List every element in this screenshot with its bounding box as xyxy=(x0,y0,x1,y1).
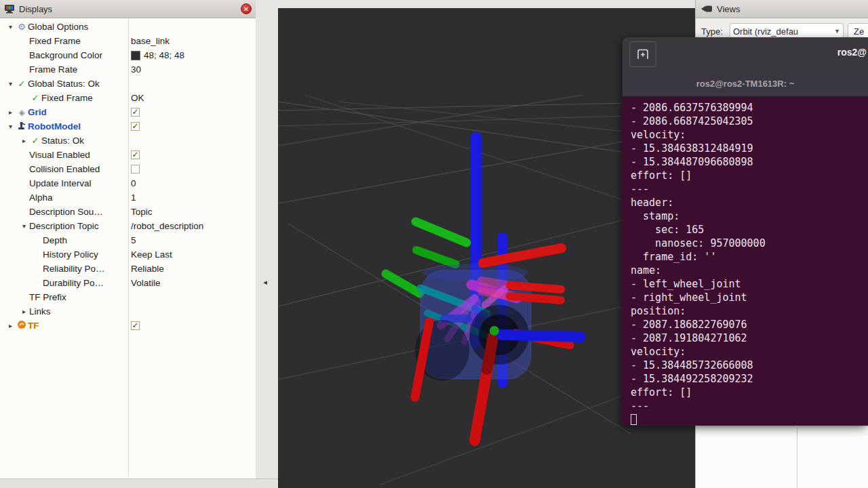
terminal-lines: - 2086.6637576389994- 2086.6687425042305… xyxy=(631,101,868,413)
views-type-value: Orbit (rviz_defau xyxy=(733,26,833,37)
property-label: Status: Ok xyxy=(41,136,84,146)
property-value[interactable]: /robot_description xyxy=(131,221,203,231)
views-type-label: Type: xyxy=(701,26,723,37)
property-checkbox[interactable]: ✓ xyxy=(131,321,140,330)
terminal-line: --- xyxy=(631,182,868,196)
tree-expanded-arrow-icon[interactable]: ▾ xyxy=(5,123,16,130)
terminal-line: - 15.384487096680898 xyxy=(631,155,868,169)
property-label: TF xyxy=(28,321,39,331)
tree-collapseed-arrow-icon[interactable]: ▸ xyxy=(5,322,16,329)
property-label: Global Options xyxy=(28,22,88,32)
ok-check-icon: ✓ xyxy=(29,136,41,146)
tree-collapseed-arrow-icon[interactable]: ▸ xyxy=(19,308,29,315)
property-value[interactable]: Reliable xyxy=(131,264,164,274)
property-value[interactable]: 0 xyxy=(131,178,136,188)
terminal-line: velocity: xyxy=(631,128,868,142)
terminal-output[interactable]: - 2086.6637576389994- 2086.6687425042305… xyxy=(623,97,868,426)
terminal-line: nanosec: 957000000 xyxy=(631,237,868,250)
displays-panel: Displays ✕ ▾⚙Global OptionsFixed Frameba… xyxy=(0,0,256,479)
displays-panel-title: Displays xyxy=(19,4,52,14)
terminal-line: - right_wheel_joint xyxy=(631,291,868,304)
views-list-divider xyxy=(797,428,797,488)
terminal-line: - 2087.186822769076 xyxy=(631,318,868,331)
tf-icon xyxy=(16,320,28,331)
views-panel-header[interactable]: Views xyxy=(696,0,868,18)
property-label: Collision Enabled xyxy=(29,164,100,174)
property-label: Description Topic xyxy=(29,221,99,231)
property-value[interactable]: base_link xyxy=(131,36,170,46)
tree-expanded-arrow-icon[interactable]: ▾ xyxy=(19,222,29,230)
panel-splitter[interactable] xyxy=(256,0,278,488)
property-checkbox[interactable]: ✓ xyxy=(131,122,140,131)
property-label: Update Interval xyxy=(29,178,92,188)
terminal-line: - 2086.6687425042305 xyxy=(631,115,868,128)
property-label: TF Prefix xyxy=(29,292,66,302)
terminal-line: effort: [] xyxy=(631,386,868,399)
ok-check-icon: ✓ xyxy=(16,79,28,89)
terminal-line: stamp: xyxy=(631,209,868,223)
property-value[interactable]: Volatile xyxy=(131,278,161,288)
property-label: Background Color xyxy=(29,50,102,60)
terminal-tab-bar: ros2@ros2-TM1613R: ~ xyxy=(623,71,868,97)
property-label: RobotModel xyxy=(28,121,81,131)
views-list-area[interactable] xyxy=(696,428,868,488)
property-label: Global Status: Ok xyxy=(28,79,100,89)
property-label: Frame Rate xyxy=(29,64,77,75)
terminal-line: - left_wheel_joint xyxy=(631,277,868,291)
chevron-down-icon: ▼ xyxy=(834,28,840,35)
tree-expanded-arrow-icon[interactable]: ▾ xyxy=(5,80,16,87)
property-label: Alpha xyxy=(29,192,53,203)
terminal-titlebar[interactable]: ros2@ xyxy=(623,37,868,71)
terminal-line: position: xyxy=(631,304,868,318)
property-label: Fixed Frame xyxy=(29,36,81,46)
tree-collapseed-arrow-icon[interactable]: ▸ xyxy=(19,137,29,144)
property-column-divider[interactable] xyxy=(128,18,129,476)
new-tab-button[interactable] xyxy=(629,41,656,67)
views-camera-icon xyxy=(701,5,713,13)
splitter-collapse-arrow-icon[interactable]: ◂ xyxy=(260,274,270,289)
terminal-line: frame_id: '' xyxy=(631,250,868,264)
terminal-window-title: ros2@ xyxy=(837,47,867,58)
terminal-line: sec: 165 xyxy=(631,223,868,237)
property-value[interactable]: 30 xyxy=(131,64,141,75)
viewport-top-margin xyxy=(256,0,695,8)
new-tab-icon xyxy=(635,47,650,61)
terminal-cursor xyxy=(631,414,637,425)
property-label: Visual Enabled xyxy=(29,150,90,160)
terminal-line: - 15.384638312484919 xyxy=(631,142,868,155)
bottom-panel-edge xyxy=(0,479,278,488)
terminal-line: velocity: xyxy=(631,345,868,359)
property-label: Durability Po… xyxy=(43,278,104,288)
grid-icon: ◈ xyxy=(16,108,28,117)
color-swatch xyxy=(131,51,140,60)
close-icon[interactable]: ✕ xyxy=(241,3,252,14)
terminal-line: - 2087.191804271062 xyxy=(631,331,868,345)
zero-button-label: Ze xyxy=(854,26,864,37)
property-value[interactable]: OK xyxy=(131,93,144,103)
property-label: Fixed Frame xyxy=(41,93,93,103)
terminal-line: header: xyxy=(631,196,868,209)
ok-check-icon: ✓ xyxy=(29,93,41,103)
property-value[interactable]: 48; 48; 48 xyxy=(131,50,184,60)
tree-expanded-arrow-icon[interactable]: ▾ xyxy=(5,23,16,30)
terminal-line: - 2086.6637576389994 xyxy=(631,101,868,115)
displays-icon xyxy=(4,4,15,14)
gear-icon: ⚙ xyxy=(16,22,28,32)
property-value[interactable]: 1 xyxy=(131,192,136,203)
property-checkbox[interactable]: ✓ xyxy=(131,108,140,117)
terminal-line: name: xyxy=(631,264,868,277)
property-checkbox[interactable]: ✓ xyxy=(131,150,140,159)
views-panel-title: Views xyxy=(717,4,740,14)
displays-panel-header[interactable]: Displays ✕ xyxy=(0,0,256,18)
property-value[interactable]: Topic xyxy=(131,207,153,217)
terminal-tab[interactable]: ros2@ros2-TM1613R: ~ xyxy=(696,79,795,89)
terminal-line: --- xyxy=(631,399,868,413)
robot-icon xyxy=(16,121,28,132)
property-label: Grid xyxy=(28,107,47,117)
property-value[interactable]: 5 xyxy=(131,235,136,245)
terminal-window: ros2@ ros2@ros2-TM1613R: ~ - 2086.663757… xyxy=(623,37,868,426)
terminal-line: - 15.384492258209232 xyxy=(631,372,868,386)
property-checkbox[interactable] xyxy=(131,165,140,174)
property-value[interactable]: Keep Last xyxy=(131,249,172,260)
tree-collapseed-arrow-icon[interactable]: ▸ xyxy=(5,108,16,116)
